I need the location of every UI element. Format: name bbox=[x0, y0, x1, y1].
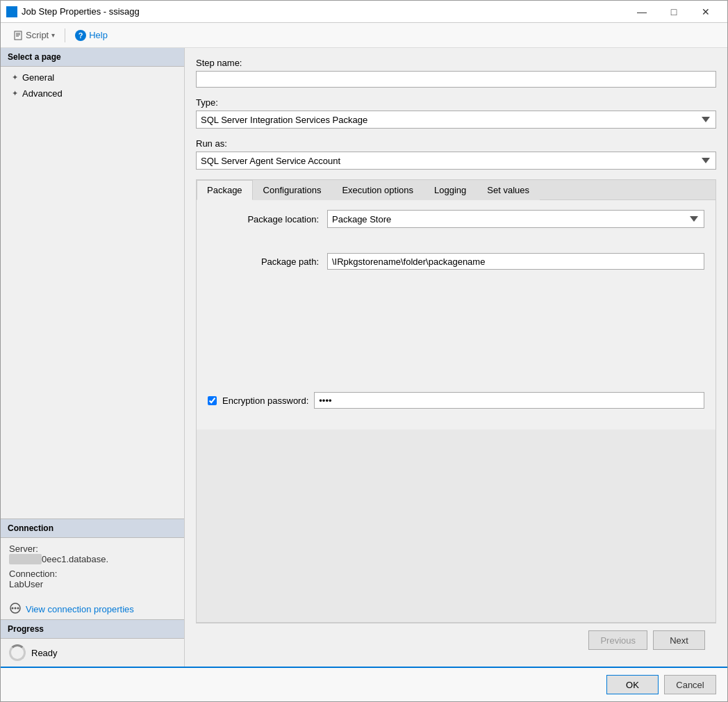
step-name-group: Step name: bbox=[196, 58, 716, 88]
tab-package-content: Package location: Package Store Package … bbox=[197, 200, 715, 430]
run-as-group: Run as: SQL Server Agent Service Account bbox=[196, 138, 716, 170]
help-label: Help bbox=[89, 30, 108, 40]
type-label: Type: bbox=[196, 97, 716, 108]
tabs-container: Package Configurations Execution options… bbox=[196, 179, 716, 623]
tab-configurations[interactable]: Configurations bbox=[253, 180, 332, 200]
run-as-label: Run as: bbox=[196, 138, 716, 149]
connection-details: Server: 0eec1.database. Connection: LabU… bbox=[1, 538, 184, 599]
window-title: Job Step Properties - ssisagg bbox=[22, 6, 626, 17]
package-location-select[interactable]: Package Store bbox=[327, 210, 704, 228]
tab-execution-options-label: Execution options bbox=[342, 185, 413, 195]
window-controls: — □ ✕ bbox=[626, 1, 722, 23]
script-dropdown-icon: ▾ bbox=[51, 31, 55, 39]
package-path-input[interactable] bbox=[327, 253, 704, 270]
script-label: Script bbox=[26, 30, 49, 40]
view-connection-link[interactable]: View connection properties bbox=[1, 599, 184, 619]
server-value-suffix: 0eec1.database. bbox=[42, 554, 108, 564]
tabs-bar: Package Configurations Execution options… bbox=[197, 180, 715, 200]
select-page-header: Select a page bbox=[1, 48, 184, 67]
main-content: Step name: Type: SQL Server Integration … bbox=[185, 48, 727, 667]
svg-point-8 bbox=[15, 607, 17, 610]
sidebar: Select a page ✦ General ✦ Advanced Conne… bbox=[1, 48, 185, 667]
encryption-label: Encryption password: bbox=[222, 395, 308, 406]
script-button[interactable]: Script ▾ bbox=[8, 28, 60, 42]
package-path-label-text: Package path: bbox=[261, 256, 319, 267]
tab-set-values[interactable]: Set values bbox=[477, 180, 540, 200]
help-circle-icon: ? bbox=[75, 30, 86, 41]
script-icon bbox=[13, 31, 23, 40]
view-connection-label: View connection properties bbox=[26, 604, 134, 614]
ok-button[interactable]: OK bbox=[606, 675, 659, 694]
step-name-label: Step name: bbox=[196, 58, 716, 68]
tab-set-values-label: Set values bbox=[487, 185, 529, 195]
package-location-label: Package location: bbox=[208, 214, 319, 225]
svg-point-9 bbox=[17, 607, 19, 610]
package-path-control bbox=[327, 253, 704, 270]
tab-execution-options[interactable]: Execution options bbox=[331, 180, 424, 200]
content-area: Select a page ✦ General ✦ Advanced Conne… bbox=[1, 48, 727, 667]
server-label: Server: bbox=[9, 544, 176, 554]
type-group: Type: SQL Server Integration Services Pa… bbox=[196, 97, 716, 129]
close-button[interactable]: ✕ bbox=[690, 1, 722, 23]
title-bar: Job Step Properties - ssisagg — □ ✕ bbox=[1, 1, 727, 23]
encryption-row: Encryption password: bbox=[208, 392, 704, 409]
progress-spinner bbox=[9, 644, 26, 661]
tab-configurations-label: Configurations bbox=[263, 185, 322, 195]
sidebar-item-label-advanced: Advanced bbox=[22, 88, 63, 99]
step-name-input[interactable] bbox=[196, 71, 716, 88]
main-window: Job Step Properties - ssisagg — □ ✕ Scri… bbox=[0, 0, 728, 702]
package-location-control: Package Store bbox=[327, 210, 704, 228]
svg-rect-1 bbox=[9, 9, 12, 12]
content-spacer bbox=[208, 281, 704, 392]
package-location-row: Package location: Package Store bbox=[208, 210, 704, 228]
general-page-icon: ✦ bbox=[12, 73, 18, 82]
previous-next-area: Previous Next bbox=[196, 623, 716, 657]
svg-point-7 bbox=[12, 607, 14, 610]
progress-status: Ready bbox=[31, 648, 58, 658]
minimize-button[interactable]: — bbox=[626, 1, 658, 23]
cancel-button[interactable]: Cancel bbox=[664, 675, 716, 694]
connection-label: Connection: bbox=[9, 569, 176, 579]
sidebar-items: ✦ General ✦ Advanced bbox=[1, 67, 184, 104]
svg-rect-2 bbox=[15, 31, 22, 40]
next-button[interactable]: Next bbox=[653, 630, 705, 650]
connection-header: Connection bbox=[1, 519, 184, 538]
encryption-checkbox[interactable] bbox=[208, 396, 217, 405]
connection-properties-icon bbox=[9, 602, 22, 617]
server-value: 0eec1.database. bbox=[9, 554, 176, 564]
help-button[interactable]: ? Help bbox=[69, 28, 113, 43]
server-value-blurred bbox=[9, 554, 42, 564]
toolbar: Script ▾ ? Help bbox=[1, 23, 727, 48]
previous-button[interactable]: Previous bbox=[588, 630, 647, 650]
tab-logging[interactable]: Logging bbox=[424, 180, 477, 200]
progress-details: Ready bbox=[1, 639, 184, 667]
dialog-bottom: OK Cancel bbox=[1, 667, 727, 701]
run-as-select[interactable]: SQL Server Agent Service Account bbox=[196, 152, 716, 170]
type-select[interactable]: SQL Server Integration Services Package bbox=[196, 111, 716, 129]
advanced-page-icon: ✦ bbox=[12, 89, 18, 98]
package-path-row: Package path: bbox=[208, 253, 704, 270]
package-path-label: Package path: bbox=[208, 256, 319, 267]
sidebar-item-label-general: General bbox=[22, 72, 54, 83]
progress-header: Progress bbox=[1, 619, 184, 639]
encryption-password-input[interactable] bbox=[314, 392, 704, 409]
window-icon bbox=[6, 6, 17, 17]
connection-value: LabUser bbox=[9, 579, 176, 589]
tab-logging-label: Logging bbox=[434, 185, 466, 195]
spacer bbox=[208, 239, 704, 253]
restore-button[interactable]: □ bbox=[658, 1, 690, 23]
sidebar-item-general[interactable]: ✦ General bbox=[1, 70, 184, 85]
sidebar-item-advanced[interactable]: ✦ Advanced bbox=[1, 85, 184, 101]
tab-package-label: Package bbox=[207, 185, 242, 195]
tab-package[interactable]: Package bbox=[197, 180, 253, 200]
toolbar-separator bbox=[65, 28, 65, 42]
